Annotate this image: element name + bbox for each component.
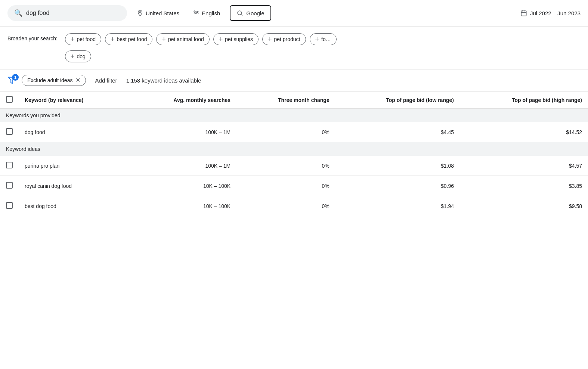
keyword-cell: dog food: [19, 122, 129, 142]
col-avg-monthly[interactable]: Avg. monthly searches: [129, 92, 236, 109]
table-row: dog food 100K – 1M 0% $4.45 $14.52: [0, 122, 588, 142]
row-checkbox[interactable]: [6, 128, 13, 135]
broaden-chip-pet-product[interactable]: + pet product: [262, 33, 306, 45]
keyword-value: royal canin dog food: [25, 183, 72, 189]
section-header-ideas: Keyword ideas: [0, 142, 588, 156]
col-bid-low-label: Top of page bid (low range): [386, 97, 454, 103]
chip-label: pet animal food: [168, 36, 204, 42]
three-month-cell: 0%: [236, 122, 335, 142]
avg-monthly-cell: 100K – 1M: [129, 156, 236, 176]
chip-label: pet supplies: [225, 36, 253, 42]
three-month-cell: 0%: [236, 176, 335, 196]
svg-point-0: [139, 12, 141, 13]
col-three-month-label: Three month change: [278, 97, 329, 103]
col-bid-high[interactable]: Top of page bid (high range): [460, 92, 588, 109]
location-label: United States: [146, 10, 179, 16]
svg-point-1: [238, 11, 242, 15]
col-bid-high-label: Top of page bid (high range): [512, 97, 582, 103]
broaden-chip-dog[interactable]: + dog: [65, 50, 91, 62]
plus-icon: +: [162, 36, 166, 43]
close-icon[interactable]: ✕: [75, 77, 80, 83]
col-keyword[interactable]: Keyword (by relevance): [19, 92, 129, 109]
col-checkbox: [0, 92, 19, 109]
row-checkbox[interactable]: [6, 202, 13, 209]
avg-monthly-value: 10K – 100K: [203, 203, 230, 209]
avg-monthly-value: 100K – 1M: [205, 129, 230, 135]
select-all-checkbox[interactable]: [6, 96, 13, 103]
row-checkbox[interactable]: [6, 182, 13, 189]
bid-high-value: $4.57: [569, 163, 582, 169]
search-engine-icon: [236, 10, 243, 16]
svg-line-2: [241, 14, 242, 15]
broaden-chip-pet-supplies[interactable]: + pet supplies: [213, 33, 259, 45]
row-checkbox-cell: [0, 156, 19, 176]
broaden-chip-overflow[interactable]: + fo…: [310, 33, 337, 45]
keyword-value: purina pro plan: [25, 163, 59, 169]
calendar-icon: [520, 10, 527, 16]
search-input[interactable]: [26, 10, 108, 16]
bid-low-cell: $4.45: [335, 122, 460, 142]
language-button[interactable]: English: [189, 7, 224, 19]
bid-low-value: $4.45: [441, 129, 454, 135]
chip-label: fo…: [321, 36, 331, 42]
keyword-cell: royal canin dog food: [19, 176, 129, 196]
plus-icon: +: [71, 53, 75, 60]
keyword-table: Keyword (by relevance) Avg. monthly sear…: [0, 92, 588, 216]
bid-high-cell: $4.57: [460, 156, 588, 176]
table-row: best dog food 10K – 100K 0% $1.94 $9.58: [0, 196, 588, 216]
section-label-ideas: Keyword ideas: [0, 142, 588, 156]
bid-low-cell: $0.96: [335, 176, 460, 196]
bid-high-value: $3.85: [569, 183, 582, 189]
plus-icon: +: [219, 36, 223, 43]
bid-high-value: $9.58: [569, 203, 582, 209]
broaden-chip-best-pet-food[interactable]: + best pet food: [105, 33, 152, 45]
location-button[interactable]: United States: [133, 7, 183, 19]
row-checkbox-cell: [0, 176, 19, 196]
broaden-chips: + pet food + best pet food + pet animal …: [65, 33, 366, 62]
search-box[interactable]: 🔍: [7, 5, 127, 21]
translate-icon: [193, 10, 199, 16]
filter-bar: 1 Exclude adult ideas ✕ Add filter 1,158…: [0, 69, 588, 92]
avg-monthly-value: 10K – 100K: [203, 183, 230, 189]
plus-icon: +: [268, 36, 272, 43]
location-icon: [137, 10, 143, 16]
chip-label: pet product: [274, 36, 300, 42]
date-range[interactable]: Jul 2022 – Jun 2023: [520, 10, 581, 16]
filter-badge: 1: [12, 74, 19, 81]
broaden-label-text: Broaden your search:: [7, 35, 58, 41]
broaden-chip-pet-animal-food[interactable]: + pet animal food: [156, 33, 209, 45]
search-engine-label: Google: [246, 10, 264, 16]
three-month-value: 0%: [322, 183, 329, 189]
search-engine-button[interactable]: Google: [230, 5, 271, 21]
exclude-adult-label: Exclude adult ideas: [27, 77, 72, 83]
bid-high-cell: $9.58: [460, 196, 588, 216]
add-filter-button[interactable]: Add filter: [92, 76, 120, 85]
avg-monthly-value: 100K – 1M: [205, 163, 230, 169]
language-label: English: [202, 10, 220, 16]
row-checkbox[interactable]: [6, 162, 13, 168]
exclude-adult-chip[interactable]: Exclude adult ideas ✕: [22, 75, 86, 86]
keyword-table-wrap: Keyword (by relevance) Avg. monthly sear…: [0, 92, 588, 216]
bid-low-value: $0.96: [441, 183, 454, 189]
plus-icon: +: [111, 36, 115, 43]
col-bid-low[interactable]: Top of page bid (low range): [335, 92, 460, 109]
keyword-cell: purina pro plan: [19, 156, 129, 176]
chip-label: dog: [77, 53, 85, 59]
bid-low-value: $1.94: [441, 203, 454, 209]
search-icon: 🔍: [14, 9, 22, 17]
section-label-provided: Keywords you provided: [0, 109, 588, 123]
avg-monthly-cell: 100K – 1M: [129, 122, 236, 142]
table-row: royal canin dog food 10K – 100K 0% $0.96…: [0, 176, 588, 196]
broaden-label: Broaden your search:: [7, 33, 58, 41]
avg-monthly-cell: 10K – 100K: [129, 176, 236, 196]
filter-icon-wrap: 1: [7, 76, 16, 84]
broaden-chip-pet-food[interactable]: + pet food: [65, 33, 101, 45]
top-bar: 🔍 United States English Google Jul 2022 …: [0, 0, 588, 27]
keyword-value: dog food: [25, 129, 45, 135]
bid-low-cell: $1.94: [335, 196, 460, 216]
date-range-label: Jul 2022 – Jun 2023: [530, 10, 581, 16]
col-avg-label: Avg. monthly searches: [173, 97, 230, 103]
avg-monthly-cell: 10K – 100K: [129, 196, 236, 216]
bid-low-value: $1.08: [441, 163, 454, 169]
col-three-month[interactable]: Three month change: [236, 92, 335, 109]
